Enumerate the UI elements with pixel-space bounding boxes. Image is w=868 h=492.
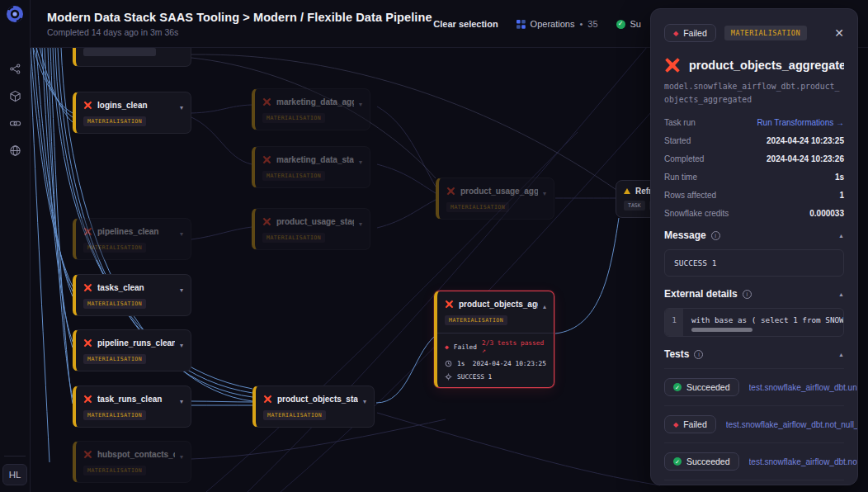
field-value[interactable]: Run Transformations → (757, 118, 844, 127)
field-label: Run time (664, 173, 697, 182)
chevron-down-icon[interactable]: ▾ (543, 190, 546, 197)
dbt-icon (83, 283, 92, 292)
lineage-icon[interactable] (5, 59, 25, 78)
failed-diamond-icon: ◆ (445, 343, 449, 351)
dbt-icon (263, 395, 272, 404)
chevron-down-icon[interactable]: ▾ (180, 342, 183, 349)
pipeline-node-selected[interactable]: product_objects_aggregated ▴ MATERIALISA… (434, 291, 554, 388)
dbt-icon (83, 395, 92, 404)
node-label: hubspot_contacts_clean (97, 450, 175, 459)
pipeline-node[interactable]: logins_clean ▾ MATERIALISATION (73, 92, 191, 134)
field-value: 0.000033 (809, 209, 844, 218)
operations-chip[interactable]: Operations • 35 (517, 19, 598, 29)
succeeded-chip[interactable]: ✓ Su (616, 19, 641, 29)
pipeline-node[interactable]: tasks_clean ▾ MATERIALISATION (73, 274, 191, 316)
status-label: Failed (683, 28, 707, 38)
chevron-down-icon[interactable]: ▾ (363, 398, 366, 405)
materialisation-badge: MATERIALISATION (83, 466, 146, 475)
materialisation-badge: MATERIALISATION (446, 202, 509, 212)
field-value: 2024-04-24 10:23:26 (767, 154, 844, 163)
user-avatar[interactable]: HL (2, 464, 27, 485)
chevron-down-icon[interactable]: ▾ (180, 104, 183, 111)
clear-selection-button[interactable]: Clear selection (433, 19, 498, 29)
dbt-icon (83, 227, 92, 236)
dbt-icon (445, 300, 454, 309)
collapse-icon[interactable]: ▲ (838, 233, 844, 239)
dbt-icon (262, 155, 271, 164)
succeeded-label: Su (630, 19, 641, 29)
orchestra-logo[interactable] (5, 4, 25, 24)
pipeline-node[interactable]: marketing_data_aggregated ▾ MATERIALISAT… (252, 88, 370, 130)
chevron-down-icon[interactable]: ▾ (359, 101, 362, 108)
chevron-down-icon[interactable]: ▾ (180, 230, 183, 238)
info-icon[interactable]: i (711, 231, 720, 240)
pipeline-node[interactable]: task_runs_clean ▾ MATERIALISATION (73, 386, 191, 428)
node-status: Failed (454, 343, 477, 351)
pipeline-node[interactable]: product_usage_aggregated ▾ MATERIALISATI… (436, 177, 554, 220)
pipeline-node[interactable]: marketing_data_staging ▾ MATERIALISATION (252, 146, 370, 188)
node-label: product_objects_staging (277, 395, 358, 404)
chevron-down-icon[interactable]: ▾ (180, 398, 183, 405)
field-value: 1 (839, 191, 844, 200)
model-path: model.snowflake_airflow_dbt.product_obje… (664, 80, 844, 106)
chevron-up-icon[interactable]: ▴ (543, 303, 546, 310)
message-content: SUCCESS 1 (664, 249, 844, 277)
divider (664, 480, 844, 480)
pipeline-node[interactable]: hubspot_contacts_clean ▾ MATERIALISATION (73, 441, 191, 483)
divider (4, 456, 26, 457)
clock-icon (445, 360, 452, 367)
collapse-icon[interactable]: ▲ (838, 352, 844, 357)
chevron-down-icon[interactable]: ▾ (359, 158, 362, 166)
info-icon[interactable]: i (694, 350, 703, 359)
pipeline-node[interactable]: pipeline_runs_clean ▾ MATERIALISATION (73, 329, 191, 371)
materialisation-badge: MATERIALISATION (83, 243, 146, 253)
field-label: Completed (664, 154, 704, 163)
materialisation-badge: MATERIALISATION (83, 299, 146, 309)
operations-count: 35 (587, 19, 597, 29)
link-icon[interactable] (5, 113, 25, 133)
field-row: Started 2024-04-24 10:23:25 (664, 136, 844, 145)
horizontal-scrollbar[interactable] (691, 328, 752, 332)
test-link[interactable]: test.snowflake_airflow_dbt.not_null_pr (726, 420, 857, 429)
node-runtime-row: 1s 2024-04-24 10:23:25 (445, 360, 546, 367)
collapse-icon[interactable]: ▲ (838, 291, 844, 297)
close-icon[interactable]: ✕ (834, 27, 844, 39)
pipeline-node[interactable]: product_objects_staging ▾ MATERIALISATIO… (252, 386, 375, 428)
test-link[interactable]: test.snowflake_airflow_dbt.unique_pro (749, 383, 857, 392)
check-circle-icon: ✓ (616, 20, 625, 29)
test-status-badge: ◆ Failed (664, 415, 716, 433)
field-label: Task run (664, 118, 696, 127)
node-label: logins_clean (97, 101, 175, 110)
dbt-icon (664, 57, 681, 73)
globe-icon[interactable] (5, 140, 25, 160)
chevron-down-icon[interactable]: ▾ (180, 453, 183, 461)
test-link[interactable]: test.snowflake_airflow_dbt.not_null_pr (749, 457, 857, 466)
node-message-row: SUCCESS 1 (445, 373, 546, 381)
tests-summary-link[interactable]: 2/3 tests passed ↗ (482, 339, 546, 354)
cube-icon[interactable] (5, 86, 25, 106)
tests-section-header: Tests i ▲ (664, 348, 844, 360)
run-status-subtitle: Completed 14 days ago in 3m 36s (47, 27, 432, 37)
failed-diamond-icon: ◆ (673, 30, 678, 37)
test-status-label: Failed (683, 419, 707, 429)
node-label: pipeline_runs_clean (97, 338, 175, 348)
pipeline-node[interactable]: pipelines_clean ▾ MATERIALISATION (73, 218, 191, 260)
info-icon[interactable]: i (743, 290, 752, 299)
message-section-header: Message i ▲ (664, 229, 844, 241)
test-row: ✓ Succeeded test.snowflake_airflow_dbt.u… (664, 368, 844, 405)
materialisation-badge: MATERIALISATION (262, 113, 325, 123)
panel-title: product_objects_aggregated (689, 59, 844, 72)
gear-icon (445, 373, 452, 381)
operations-grid-icon (517, 20, 526, 29)
line-number: 1 (665, 309, 683, 336)
pipeline-node[interactable]: product_usage_staging ▾ MATERIALISATION (252, 208, 370, 250)
status-badge: ◆ Failed (664, 24, 716, 42)
sidebar: HL (0, 0, 31, 492)
node-timestamp: 2024-04-24 10:23:25 (473, 360, 546, 367)
chevron-down-icon[interactable]: ▾ (359, 220, 362, 228)
dbt-icon (83, 450, 92, 459)
node-label: task_runs_clean (97, 395, 175, 404)
field-label: Started (664, 136, 691, 145)
chevron-down-icon[interactable]: ▾ (180, 286, 183, 294)
field-row: Snowflake credits 0.000033 (664, 209, 844, 218)
